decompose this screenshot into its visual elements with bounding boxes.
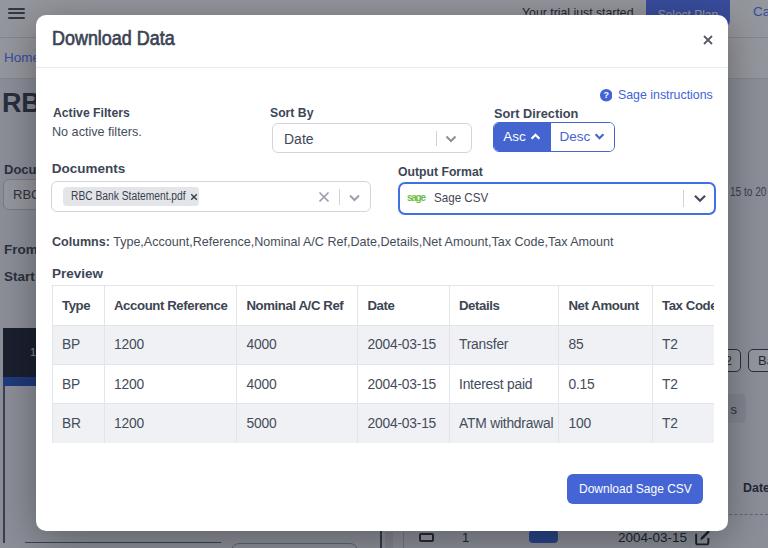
svg-text:?: ? (603, 90, 608, 100)
svg-text:sage: sage (407, 192, 426, 203)
